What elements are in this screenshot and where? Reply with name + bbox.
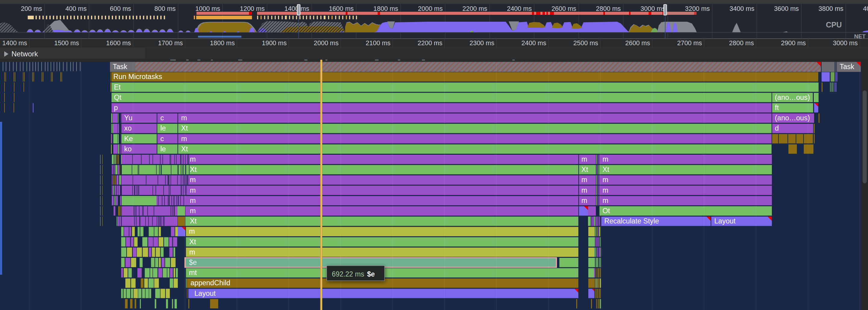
svg-text:2100 ms: 2100 ms — [366, 39, 390, 47]
svg-text:1400 ms: 1400 ms — [284, 5, 309, 12]
svg-text:m: m — [602, 155, 609, 163]
svg-text:2800 ms: 2800 ms — [596, 5, 621, 12]
svg-text:m: m — [602, 186, 609, 194]
svg-text:m: m — [190, 207, 196, 215]
svg-text:2600 ms: 2600 ms — [552, 5, 576, 12]
svg-text:c: c — [160, 114, 164, 122]
svg-text:(ano…ous): (ano…ous) — [775, 93, 810, 101]
svg-text:2900 ms: 2900 ms — [781, 39, 806, 47]
svg-text:Xt: Xt — [190, 217, 197, 225]
svg-text:2000 ms: 2000 ms — [418, 5, 443, 12]
svg-text:c: c — [160, 135, 164, 143]
svg-text:Qt: Qt — [114, 93, 121, 101]
svg-text:3200 ms: 3200 ms — [685, 5, 710, 12]
svg-text:mt: mt — [189, 269, 197, 277]
svg-text:3800 ms: 3800 ms — [818, 5, 843, 12]
svg-text:Task: Task — [113, 63, 127, 71]
svg-text:1500 ms: 1500 ms — [54, 39, 79, 47]
svg-text:2300 ms: 2300 ms — [470, 39, 494, 47]
svg-text:1400 ms: 1400 ms — [2, 39, 27, 47]
svg-text:4000 ms: 4000 ms — [863, 5, 868, 12]
svg-text:xo: xo — [124, 124, 132, 132]
svg-text:d: d — [775, 124, 779, 132]
svg-text:m: m — [189, 227, 195, 235]
svg-text:200 ms: 200 ms — [21, 5, 42, 12]
svg-text:1200 ms: 1200 ms — [240, 5, 265, 12]
svg-text:(ano…ous): (ano…ous) — [775, 114, 810, 122]
svg-text:1700 ms: 1700 ms — [158, 39, 183, 47]
svg-text:Layout: Layout — [194, 289, 216, 297]
svg-text:1900 ms: 1900 ms — [262, 39, 287, 47]
svg-text:ft: ft — [775, 104, 779, 112]
svg-text:Task: Task — [840, 63, 855, 71]
svg-text:600 ms: 600 ms — [110, 5, 131, 12]
svg-text:appendChild: appendChild — [190, 279, 230, 287]
svg-text:Et: Et — [114, 83, 121, 91]
svg-text:Xt: Xt — [581, 166, 588, 173]
svg-text:m: m — [181, 135, 187, 143]
svg-text:Xt: Xt — [181, 145, 188, 153]
svg-text:Xt: Xt — [602, 166, 610, 173]
svg-text:3600 ms: 3600 ms — [774, 5, 799, 12]
svg-text:le: le — [160, 124, 166, 132]
svg-text:2600 ms: 2600 ms — [625, 39, 650, 47]
svg-text:400 ms: 400 ms — [65, 5, 87, 12]
svg-text:1800 ms: 1800 ms — [210, 39, 235, 47]
svg-text:2400 ms: 2400 ms — [521, 39, 546, 47]
svg-text:2500 ms: 2500 ms — [573, 39, 598, 47]
svg-text:692.22 ms: 692.22 ms — [332, 270, 364, 278]
svg-text:Xt: Xt — [181, 124, 188, 132]
svg-text:m: m — [581, 186, 587, 194]
svg-text:m: m — [181, 114, 187, 122]
svg-text:3000 ms: 3000 ms — [833, 39, 858, 47]
svg-text:Network: Network — [11, 50, 38, 58]
svg-text:2700 ms: 2700 ms — [677, 39, 702, 47]
svg-text:m: m — [190, 155, 196, 163]
svg-text:1000 ms: 1000 ms — [195, 5, 220, 12]
svg-text:Xt: Xt — [190, 166, 197, 173]
svg-text:Xt: Xt — [189, 238, 196, 246]
svg-text:m: m — [189, 248, 195, 256]
svg-text:p: p — [114, 104, 118, 112]
svg-text:Yu: Yu — [124, 114, 132, 122]
svg-text:Ot: Ot — [602, 207, 610, 215]
svg-text:1600 ms: 1600 ms — [329, 5, 353, 12]
svg-text:m: m — [190, 186, 196, 194]
svg-text:ko: ko — [124, 145, 132, 153]
svg-text:m: m — [190, 176, 196, 184]
svg-text:800 ms: 800 ms — [154, 5, 176, 12]
svg-text:2200 ms: 2200 ms — [462, 5, 487, 12]
svg-text:Ke: Ke — [124, 135, 133, 143]
svg-text:le: le — [160, 145, 166, 153]
svg-text:m: m — [602, 197, 609, 204]
svg-text:m: m — [602, 176, 609, 184]
svg-text:3400 ms: 3400 ms — [730, 5, 754, 12]
svg-text:$e: $e — [367, 270, 375, 278]
svg-text:$e: $e — [189, 258, 197, 266]
svg-text:CPU: CPU — [826, 21, 842, 29]
svg-text:3000 ms: 3000 ms — [641, 5, 665, 12]
svg-text:2400 ms: 2400 ms — [507, 5, 532, 12]
svg-text:m: m — [581, 197, 587, 204]
svg-text:2200 ms: 2200 ms — [418, 39, 442, 47]
svg-text:m: m — [581, 176, 587, 184]
svg-text:2800 ms: 2800 ms — [729, 39, 754, 47]
svg-text:Layout: Layout — [714, 217, 736, 225]
svg-text:1800 ms: 1800 ms — [373, 5, 398, 12]
svg-text:Run Microtasks: Run Microtasks — [113, 73, 162, 81]
svg-text:m: m — [581, 155, 587, 163]
svg-text:Recalculate Style: Recalculate Style — [604, 217, 659, 225]
svg-text:1600 ms: 1600 ms — [106, 39, 131, 47]
svg-text:2000 ms: 2000 ms — [314, 39, 338, 47]
svg-text:m: m — [190, 197, 196, 204]
